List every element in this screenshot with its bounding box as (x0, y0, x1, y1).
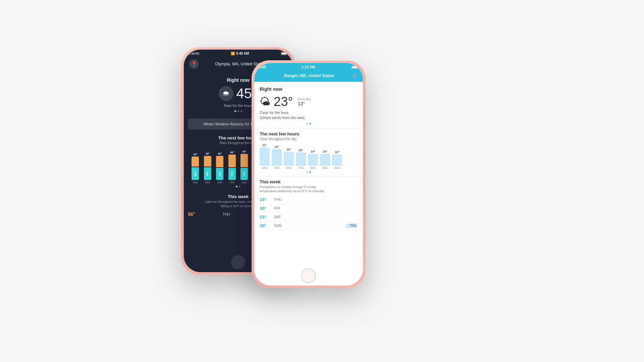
feels-like-block: Feels like 13° (298, 98, 310, 106)
precip-bar-4: 75% (228, 168, 236, 180)
h2-time-5: 8PM (310, 167, 316, 170)
phone1-home-button[interactable] (231, 255, 246, 269)
phone2-location: Bangor, ME, United States (284, 73, 334, 78)
h2-col-7: 13° 10PM (332, 150, 342, 170)
dot2-2 (309, 123, 311, 124)
precip-bar-2: 80% (204, 167, 211, 180)
h2-temp-5: 14° (311, 150, 315, 153)
h2-col-3: 16° 6PM (284, 148, 294, 170)
phone2-time: 2:15 PM (301, 65, 315, 69)
phone2-chart-dots (260, 171, 358, 173)
feels-like-label: Feels like (298, 98, 310, 101)
phone2-settings-icon[interactable]: ⚙️ (352, 73, 358, 78)
phone-light: 2:15 PM Bangor, ME, United States ⚙️ Rig… (252, 60, 366, 288)
h2-temp-7: 13° (335, 150, 339, 154)
h2-bar-1 (260, 147, 270, 166)
battery-icon (281, 52, 287, 55)
phone2-next-subtitle: Clear throughout the day. (260, 137, 358, 141)
location-icon[interactable]: 📍 (189, 59, 199, 69)
hour-col-1: 44° 80% 4AM (189, 153, 202, 184)
h2-time-3: 6PM (286, 167, 291, 170)
week2-row-sat: 23° SAT (260, 213, 358, 222)
week2-temp-sun: 28° (260, 223, 271, 228)
precip-label-5: 75% (243, 172, 246, 176)
phone2-screen-container: 2:15 PM Bangor, ME, United States ⚙️ Rig… (254, 63, 363, 286)
scene: Carrier 📶 6:45 AM 📍 Olympia, WA, United … (171, 20, 473, 342)
precip-label-3: 75% (219, 172, 221, 176)
phone2-home-button[interactable] (301, 268, 316, 283)
week2-day-sun: SUN (271, 224, 346, 228)
week2-day-thu: THU (271, 197, 346, 201)
phone2-status-bar: 2:15 PM (254, 63, 363, 71)
hour-col-4: 48° 75% 7AM (226, 151, 238, 184)
h2-bar-6 (320, 154, 330, 166)
precip-bar-3: 75% (216, 168, 223, 180)
phone2-next-hours: The next few hours Clear throughout the … (254, 128, 363, 176)
phone2-weather-main: 🌤 23° Feels like 13° (260, 95, 358, 109)
h2-temp-2: 19° (274, 145, 279, 148)
phone2-location-bar: Bangor, ME, United States ⚙️ (254, 71, 363, 82)
phone1-status-bar: Carrier 📶 6:45 AM (184, 50, 292, 57)
h2-col-4: 15° 7PM (296, 148, 306, 170)
h2-time-7: 10PM (334, 167, 341, 170)
chart-dot-1 (236, 186, 237, 187)
week2-temp-thu: 24° (260, 197, 271, 202)
dot-1 (234, 110, 236, 112)
dot-3 (240, 110, 242, 112)
phone1-weather-icon: 🌧 (219, 86, 233, 101)
temp-label-4: 48° (230, 151, 234, 154)
phone2-signal (260, 65, 266, 69)
h2-bar-5 (308, 154, 318, 166)
precip-bar-1: 80% (192, 167, 199, 180)
phone2-screen: 2:15 PM Bangor, ME, United States ⚙️ Rig… (254, 63, 363, 286)
hour-col-3: 46° 75% 6AM (214, 152, 226, 184)
hour-col-5: 49° 75% 8AM (238, 150, 251, 184)
precip-label-2: 80% (206, 171, 209, 176)
phone2-dots (260, 123, 358, 124)
chart-dot-2 (239, 186, 240, 187)
h2-time-4: 7PM (298, 167, 304, 170)
phone2-this-week: This week Precipitation on Sunday throug… (254, 176, 363, 232)
phone2-next-title: The next few hours (260, 131, 358, 136)
temp-bar-4 (228, 155, 236, 167)
h2-col-1: 21° 4PM (260, 143, 270, 170)
h2-temp-6: 14° (323, 150, 327, 153)
precip-label-4: 75% (231, 172, 233, 176)
h2-bar-4 (296, 153, 306, 166)
phone2-right-now: Right now 🌤 23° Feels like 13° Clear for… (254, 82, 363, 128)
carrier-label: Carrier (189, 52, 200, 55)
h2-time-2: 5PM (274, 167, 279, 170)
week-temp-thu: 56° (188, 212, 200, 217)
week2-precip-sun: 75% (346, 224, 358, 228)
time-label: 6:45 AM (236, 52, 249, 55)
hour-time-5: 8AM (242, 181, 247, 184)
phone2-week-title: This week (260, 179, 358, 184)
week2-row-thu: 24° THU (260, 195, 358, 204)
h2-temp-4: 15° (299, 148, 303, 152)
week2-temp-fri: 26° (260, 206, 271, 211)
dot2-1 (306, 123, 308, 124)
h2-bar-7 (332, 155, 342, 166)
hour-time-2: 5AM (205, 181, 210, 184)
temp-label-1: 44° (193, 153, 197, 156)
hour-time-1: 4AM (193, 181, 198, 184)
h2-temp-1: 21° (262, 143, 267, 147)
week2-day-fri: FRI (271, 206, 346, 210)
wifi-icon: 📶 (231, 52, 235, 55)
h2-col-2: 19° 5PM (272, 145, 282, 170)
temp-label-5: 49° (242, 150, 246, 153)
week2-row-fri: 26° FRI (260, 204, 358, 213)
phone2-temp: 23° (274, 95, 293, 109)
temp-bar-5 (240, 154, 248, 167)
h2-time-6: 9PM (322, 167, 328, 170)
h2-col-6: 14° 9PM (320, 150, 330, 170)
temp-bar-1 (192, 157, 199, 167)
precip-bar-5: 75% (240, 168, 248, 180)
phone2-battery (352, 66, 358, 69)
phone2-hourly: 21° 4PM 19° 5PM 16° 6PM (260, 143, 358, 170)
phone2-weather-icon: 🌤 (260, 96, 270, 108)
week-day-thu: THU (200, 212, 253, 216)
week2-row-sun: 28° SUN 75% (260, 222, 358, 230)
h2-temp-3: 16° (286, 148, 291, 151)
h2-time-1: 4PM (262, 167, 267, 170)
